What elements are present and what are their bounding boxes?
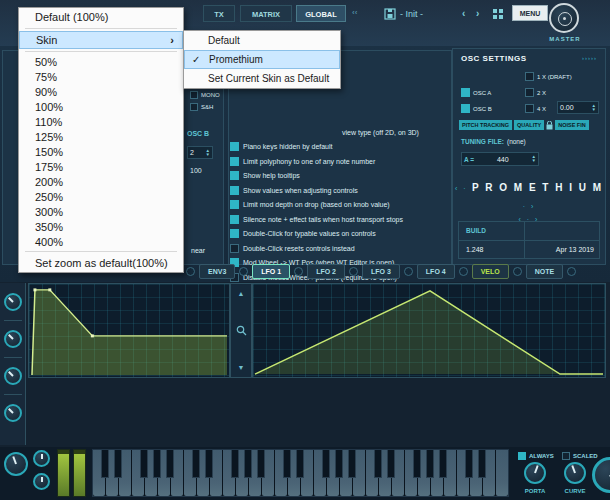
- curve-knob[interactable]: [564, 462, 586, 484]
- bender-knob-2[interactable]: [33, 473, 50, 490]
- porta-knob[interactable]: [524, 462, 546, 484]
- piano-key-white[interactable]: [496, 450, 508, 496]
- option-row[interactable]: view type (off 2D, on 3D): [230, 125, 452, 140]
- option-checkbox[interactable]: [230, 186, 239, 195]
- mod-knob-1[interactable]: [4, 293, 22, 311]
- piano-key-black[interactable]: [374, 450, 382, 478]
- option-checkbox[interactable]: [230, 229, 239, 238]
- tab-led[interactable]: [186, 267, 195, 276]
- envelope-editor[interactable]: [28, 283, 230, 378]
- tab-fx-fragment[interactable]: TX: [203, 5, 235, 22]
- tab-led[interactable]: [459, 267, 468, 276]
- scaled-checkbox[interactable]: [562, 452, 570, 460]
- piano-key-black[interactable]: [413, 450, 421, 478]
- mod-knob-2[interactable]: [4, 330, 22, 348]
- option-checkbox[interactable]: [230, 171, 239, 180]
- osc-b-checkbox[interactable]: [461, 104, 470, 113]
- menu-item-skin[interactable]: Skin ›: [19, 31, 183, 49]
- piano-key-black[interactable]: [166, 450, 174, 478]
- prev-preset-icon[interactable]: ‹: [462, 8, 465, 19]
- noise-fine-button[interactable]: NOISE FIN: [555, 120, 589, 130]
- piano-key-black[interactable]: [387, 450, 395, 478]
- frag-stepper[interactable]: 2 ▲▼: [187, 146, 213, 159]
- pitch-tracking-button[interactable]: PITCH TRACKING: [459, 120, 512, 130]
- piano-key-black[interactable]: [114, 450, 122, 478]
- frag-checkbox[interactable]: [190, 103, 198, 111]
- menu-item-set-zoom-default[interactable]: Set zoom as default(100%): [19, 254, 183, 272]
- always-checkbox[interactable]: [518, 452, 526, 460]
- piano-key-black[interactable]: [257, 450, 265, 478]
- option-checkbox[interactable]: [230, 244, 239, 253]
- bottom-left-knob[interactable]: [4, 452, 28, 476]
- option-row[interactable]: Piano keys hidden by default: [230, 140, 452, 155]
- piano-key-black[interactable]: [296, 450, 304, 478]
- submenu-item-default[interactable]: Default: [184, 31, 340, 50]
- bottom-right-knob[interactable]: [592, 457, 610, 493]
- piano-key-black[interactable]: [439, 450, 447, 478]
- menu-item-zoom-400[interactable]: 400%: [19, 234, 183, 249]
- menu-item-zoom-200[interactable]: 200%: [19, 174, 183, 189]
- piano-key-black[interactable]: [322, 450, 330, 478]
- a440-box[interactable]: A = 440 ▲▼: [461, 152, 539, 166]
- menu-item-zoom-175[interactable]: 175%: [19, 159, 183, 174]
- piano-key-black[interactable]: [101, 450, 109, 478]
- save-preset-icon[interactable]: [384, 8, 396, 20]
- osc-4x-checkbox[interactable]: [525, 104, 534, 113]
- menu-item-zoom-50[interactable]: 50%: [19, 54, 183, 69]
- zoom-up-icon[interactable]: ▲: [238, 290, 245, 297]
- tab-env3[interactable]: ENV3: [199, 264, 235, 279]
- piano-key-black[interactable]: [231, 450, 239, 478]
- mod-knob-3[interactable]: [4, 367, 22, 385]
- osc-a-checkbox[interactable]: [461, 88, 470, 97]
- piano-key-black[interactable]: [335, 450, 343, 478]
- piano-key-black[interactable]: [348, 450, 356, 478]
- menu-item-default-zoom[interactable]: Default (100%): [19, 8, 183, 26]
- tab-note[interactable]: NOTE: [526, 264, 563, 279]
- option-checkbox[interactable]: [230, 142, 239, 151]
- mod-wheel[interactable]: [73, 449, 86, 497]
- piano-key-black[interactable]: [478, 450, 486, 478]
- collapse-icon[interactable]: ‹‹: [352, 8, 357, 17]
- piano-key-black[interactable]: [205, 450, 213, 478]
- option-row[interactable]: Double-Click resets controls instead: [230, 241, 452, 256]
- piano-key-black[interactable]: [283, 450, 291, 478]
- zoom-down-icon[interactable]: ▼: [238, 364, 245, 371]
- piano-key-black[interactable]: [465, 450, 473, 478]
- menu-item-zoom-100[interactable]: 100%: [19, 99, 183, 114]
- draft-checkbox[interactable]: [525, 72, 534, 81]
- menu-item-zoom-300[interactable]: 300%: [19, 204, 183, 219]
- tab-matrix[interactable]: MATRIX: [240, 5, 292, 22]
- option-row[interactable]: Show help tooltips: [230, 169, 452, 184]
- tab-lfo-2[interactable]: LFO 2: [307, 264, 345, 279]
- tab-lfo-4[interactable]: LFO 4: [417, 264, 455, 279]
- lfo-waveform-display[interactable]: [252, 283, 606, 378]
- menu-item-zoom-250[interactable]: 250%: [19, 189, 183, 204]
- menu-item-zoom-125[interactable]: 125%: [19, 129, 183, 144]
- next-preset-icon[interactable]: ›: [476, 8, 479, 19]
- quality-button[interactable]: QUALITY: [514, 120, 544, 130]
- tab-led[interactable]: [349, 267, 358, 276]
- preset-name[interactable]: - Init -: [400, 9, 423, 19]
- pitch-wheel[interactable]: [57, 449, 70, 497]
- piano-key-black[interactable]: [426, 450, 434, 478]
- menu-item-zoom-90[interactable]: 90%: [19, 84, 183, 99]
- option-row[interactable]: Limit polyphony to one of any note numbe…: [230, 154, 452, 169]
- tuning-file-value[interactable]: (none): [507, 138, 526, 145]
- tab-lfo-3[interactable]: LFO 3: [362, 264, 400, 279]
- detune-value-box[interactable]: 0.00 ▲▼: [557, 101, 599, 114]
- piano-key-black[interactable]: [153, 450, 161, 478]
- piano-key-black[interactable]: [192, 450, 200, 478]
- option-row[interactable]: Show values when adjusting controls: [230, 183, 452, 198]
- option-checkbox[interactable]: [230, 157, 239, 166]
- option-row[interactable]: Silence note + effect tails when host tr…: [230, 212, 452, 227]
- option-row[interactable]: Limit mod depth on drop (based on knob v…: [230, 198, 452, 213]
- option-row[interactable]: Double-Click for typable values on contr…: [230, 227, 452, 242]
- piano-key-black[interactable]: [244, 450, 252, 478]
- master-volume-knob[interactable]: [549, 3, 579, 33]
- piano-key-black[interactable]: [140, 450, 148, 478]
- menu-button[interactable]: MENU: [512, 5, 548, 21]
- submenu-item-promethium[interactable]: ✓ Promethium: [184, 50, 340, 69]
- option-checkbox[interactable]: [230, 200, 239, 209]
- tab-velo[interactable]: VELO: [472, 264, 509, 279]
- frag-checkbox[interactable]: [190, 91, 198, 99]
